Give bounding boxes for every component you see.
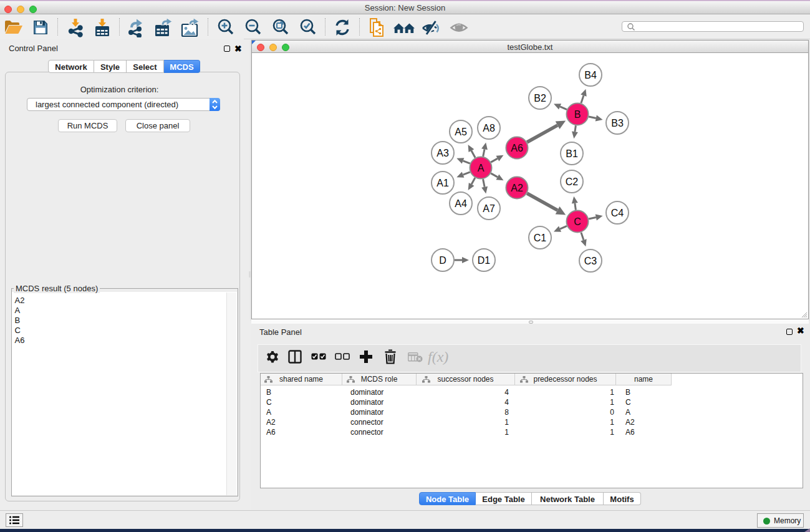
svg-text:A6: A6 — [511, 143, 523, 153]
svg-text:A1: A1 — [436, 178, 449, 188]
svg-text:A3: A3 — [436, 148, 449, 158]
svg-text:B1: B1 — [566, 148, 578, 159]
svg-text:A4: A4 — [455, 198, 467, 209]
svg-text:D1: D1 — [478, 255, 491, 266]
svg-text:D: D — [439, 255, 446, 266]
svg-text:B2: B2 — [534, 93, 546, 104]
svg-text:A5: A5 — [455, 127, 467, 137]
svg-text:C3: C3 — [584, 256, 597, 266]
svg-text:B: B — [574, 109, 581, 120]
svg-text:C1: C1 — [534, 233, 547, 243]
svg-text:A: A — [478, 163, 485, 173]
svg-text:C: C — [574, 216, 581, 227]
svg-text:C4: C4 — [611, 208, 624, 218]
svg-text:B3: B3 — [611, 118, 624, 128]
svg-text:A8: A8 — [483, 123, 495, 133]
svg-text:B4: B4 — [584, 70, 597, 80]
svg-text:C2: C2 — [566, 177, 579, 187]
svg-text:A2: A2 — [511, 183, 523, 193]
svg-text:A7: A7 — [483, 203, 495, 214]
